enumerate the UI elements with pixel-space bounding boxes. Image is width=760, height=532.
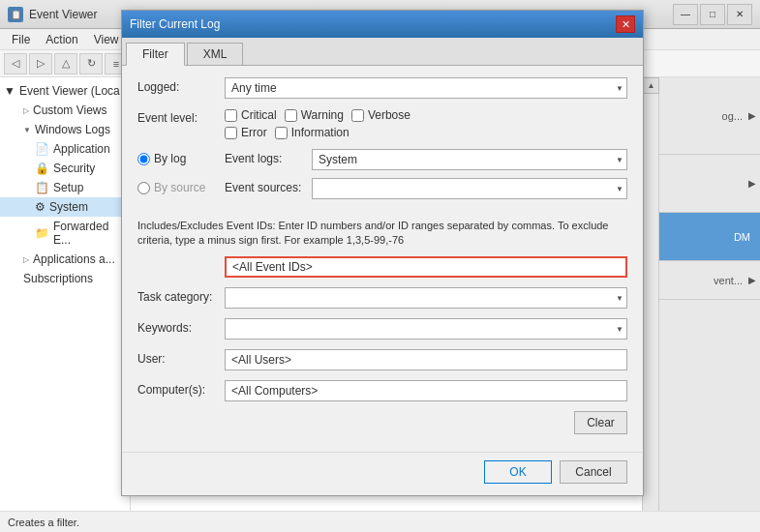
dialog-body: Logged: Any time Event level: — [122, 66, 643, 452]
computer-input[interactable] — [225, 380, 627, 401]
sidebar-item-event-viewer[interactable]: ▼ Event Viewer (Loca — [0, 81, 130, 101]
event-logs-row: Event logs: System — [225, 149, 627, 170]
right-panel-event-item: vent... ▶ — [659, 261, 760, 300]
checkbox-critical-label: Critical — [241, 108, 277, 122]
checkbox-warning-input[interactable] — [285, 109, 297, 122]
sidebar-item-setup[interactable]: 📋 Setup — [0, 178, 130, 197]
scroll-bar: ▲ ▼ — [642, 77, 658, 532]
computer-field — [225, 380, 627, 401]
keywords-select-container — [225, 318, 627, 340]
tab-xml[interactable]: XML — [187, 43, 244, 66]
event-id-field — [225, 256, 627, 278]
computer-row: Computer(s): — [137, 380, 627, 401]
event-logs-field: System — [312, 149, 627, 170]
event-level-checkboxes-row1: Critical Warning Verbose — [225, 108, 627, 122]
radio-by-log-label: By log — [154, 152, 186, 165]
arrow-icon: ▼ — [23, 126, 31, 134]
sidebar-item-label: Forwarded E... — [53, 220, 122, 247]
sidebar-item-label: Security — [53, 162, 95, 175]
sidebar-item-application[interactable]: 📄 Application — [0, 139, 130, 159]
arrow-icon: ▷ — [23, 106, 29, 115]
checkbox-warning[interactable]: Warning — [285, 108, 344, 122]
checkbox-verbose-input[interactable] — [351, 109, 364, 122]
refresh-button[interactable]: ↻ — [79, 53, 103, 74]
radio-by-log-input[interactable] — [137, 153, 150, 165]
close-button[interactable]: ✕ — [727, 4, 752, 25]
checkbox-error[interactable]: Error — [225, 126, 267, 139]
maximize-button[interactable]: □ — [700, 4, 725, 25]
sidebar-item-label: Custom Views — [33, 103, 106, 117]
back-button[interactable]: ◁ — [4, 53, 27, 74]
checkbox-information[interactable]: Information — [275, 126, 350, 139]
tab-filter[interactable]: Filter — [126, 43, 185, 66]
checkbox-information-input[interactable] — [275, 127, 288, 139]
menu-action[interactable]: Action — [38, 31, 85, 48]
event-logs-select-container: System — [312, 149, 627, 170]
filter-dialog[interactable]: Filter Current Log ✕ Filter XML Logged: … — [121, 10, 644, 496]
keywords-label: Keywords: — [137, 318, 225, 335]
dialog-tabs: Filter XML — [122, 38, 643, 66]
checkbox-error-input[interactable] — [225, 127, 237, 139]
right-panel-actions: og... ▶ — [659, 77, 760, 155]
sidebar-item-security[interactable]: 🔒 Security — [0, 159, 130, 178]
radio-by-source-input[interactable] — [137, 182, 150, 194]
sidebar-item-label: Event Viewer (Loca — [19, 84, 120, 98]
ok-button[interactable]: OK — [484, 460, 552, 484]
event-sources-row: Event sources: — [225, 178, 627, 199]
event-sources-select[interactable] — [312, 178, 627, 199]
user-label: User: — [137, 349, 225, 366]
sidebar-item-label: Application — [53, 142, 110, 156]
radio-by-source[interactable]: By source — [137, 181, 225, 194]
radio-by-log[interactable]: By log — [137, 152, 225, 165]
logged-field: Any time — [225, 77, 627, 99]
sidebar-item-applications[interactable]: ▷ Applications a... — [0, 250, 130, 269]
keywords-select[interactable] — [225, 318, 627, 340]
task-category-select[interactable] — [225, 287, 627, 309]
up-button[interactable]: △ — [54, 53, 77, 74]
event-level-checkboxes-row2: Error Information — [225, 126, 627, 139]
user-input[interactable] — [225, 349, 627, 370]
arrow-icon: ▼ — [4, 84, 15, 98]
sidebar-item-forwarded[interactable]: 📁 Forwarded E... — [0, 217, 130, 250]
event-sources-label: Event sources: — [225, 178, 312, 194]
menu-file[interactable]: File — [4, 31, 38, 48]
event-logs-label: Event logs: — [225, 149, 312, 165]
sidebar-item-subscriptions[interactable]: Subscriptions — [0, 269, 130, 288]
cancel-button[interactable]: Cancel — [560, 460, 627, 484]
right-panel-dm-text: DM — [734, 231, 756, 243]
computer-label: Computer(s): — [137, 380, 225, 397]
right-panel: og... ▶ ▶ DM vent... ▶ — [658, 77, 760, 532]
right-arrow-icon3: ▶ — [748, 275, 756, 285]
radio-by-source-label: By source — [154, 181, 205, 194]
dialog-titlebar: Filter Current Log ✕ — [122, 11, 643, 38]
clear-button[interactable]: Clear — [574, 411, 627, 434]
right-arrow-icon2: ▶ — [748, 178, 756, 189]
dialog-buttons: OK Cancel — [122, 452, 643, 495]
radio-labels: By log By source — [137, 149, 225, 194]
right-panel-text: og... — [722, 110, 748, 122]
checkbox-critical-input[interactable] — [225, 109, 237, 122]
task-category-field — [225, 287, 627, 309]
window-controls: — □ ✕ — [673, 4, 752, 25]
dialog-close-button[interactable]: ✕ — [616, 15, 635, 33]
event-id-row — [137, 256, 627, 278]
forward-button[interactable]: ▷ — [29, 53, 52, 74]
description-text: Includes/Excludes Event IDs: Enter ID nu… — [137, 219, 627, 249]
minimize-button[interactable]: — — [673, 4, 698, 25]
checkbox-verbose[interactable]: Verbose — [351, 108, 410, 122]
right-panel-events: ▶ — [659, 155, 760, 213]
sidebar-item-label: Setup — [53, 181, 83, 194]
event-id-input[interactable] — [225, 256, 627, 278]
event-level-field: Critical Warning Verbose — [225, 108, 627, 139]
logged-select[interactable]: Any time — [225, 77, 627, 99]
checkbox-critical[interactable]: Critical — [225, 108, 277, 122]
sidebar-item-custom-views[interactable]: ▷ Custom Views — [0, 101, 130, 120]
sidebar-item-windows-logs[interactable]: ▼ Windows Logs — [0, 120, 130, 139]
event-logs-select[interactable]: System — [312, 149, 627, 170]
event-level-label: Event level: — [137, 108, 225, 125]
event-sources-field — [312, 178, 627, 199]
user-row: User: — [137, 349, 627, 370]
event-level-row: Event level: Critical Warning — [137, 108, 627, 139]
scroll-up-button[interactable]: ▲ — [643, 77, 659, 94]
sidebar-item-system[interactable]: ⚙ System — [0, 197, 130, 217]
